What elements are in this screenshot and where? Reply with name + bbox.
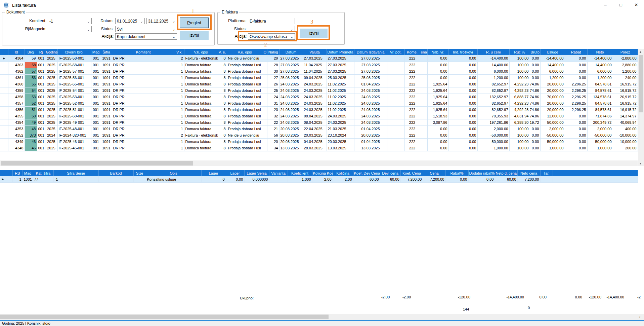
table-row[interactable]: 4357520012025IF-2025-52-0010011091DR PR1… bbox=[0, 100, 638, 106]
column-header[interactable]: Koeficijent bbox=[288, 170, 312, 176]
column-header[interactable]: Ruc % bbox=[509, 49, 530, 55]
column-header[interactable]: Mag bbox=[91, 49, 101, 55]
column-header[interactable] bbox=[6, 170, 12, 176]
table-row[interactable]: 43523730012024IF-2024-320-0010011091DR P… bbox=[0, 132, 638, 138]
column-header[interactable]: Porez bbox=[613, 49, 638, 55]
column-header[interactable]: Rj bbox=[37, 49, 45, 55]
column-header[interactable]: Dodatni rabat% bbox=[468, 170, 495, 176]
column-header[interactable]: Lager bbox=[201, 170, 226, 176]
scroll-up-icon[interactable]: ▴ bbox=[640, 50, 641, 53]
column-header[interactable]: V.k. opis bbox=[184, 49, 218, 55]
datum-to-picker[interactable]: 31.12.2025 ⌄ bbox=[146, 18, 177, 24]
rj-magacin-combobox[interactable]: ⌄ bbox=[48, 26, 92, 32]
table-row[interactable]: 4358530012025IF-2025-53-0010011091DR PR1… bbox=[0, 94, 638, 100]
table-row[interactable]: 4355500012025IF-2025-50-0010011091DR PR1… bbox=[0, 113, 638, 119]
column-header[interactable]: Cena bbox=[423, 170, 445, 176]
column-header[interactable]: Broj bbox=[25, 49, 37, 55]
column-header[interactable]: ena bbox=[420, 49, 427, 55]
datum-from-picker[interactable]: 01.01.2025 ⌄ bbox=[115, 18, 145, 24]
cell: 001 bbox=[91, 62, 101, 68]
table-row[interactable]: 4354490012025IF-2025-49-0010011091DR PR1… bbox=[0, 119, 638, 125]
column-header[interactable]: Lager bbox=[226, 170, 244, 176]
komitent-combobox[interactable]: -1 ⌄ bbox=[48, 18, 92, 24]
column-header[interactable]: Kat. šifra bbox=[33, 170, 53, 176]
column-header[interactable]: Rabat% bbox=[445, 170, 468, 176]
table-row[interactable]: 4353480012025IF-2025-48-0010011091DR PR1… bbox=[0, 125, 638, 132]
column-header[interactable]: Kolicina Koef bbox=[312, 170, 333, 176]
column-header[interactable]: Ind. troškovi bbox=[448, 49, 477, 55]
column-header[interactable]: Rabat bbox=[565, 49, 587, 55]
cell: 2025 bbox=[45, 138, 57, 145]
column-header[interactable] bbox=[0, 170, 6, 176]
column-header[interactable]: Kome. bbox=[404, 49, 420, 55]
column-header[interactable]: Neto cena bbox=[517, 170, 540, 176]
cell: 4353 bbox=[8, 125, 25, 132]
column-header[interactable]: Koef. Cena bbox=[400, 170, 423, 176]
cell: 4362 bbox=[8, 68, 25, 74]
invoice-grid-vertical-scrollbar[interactable]: ▴ ▾ bbox=[638, 49, 644, 166]
cell: 4361 bbox=[8, 74, 25, 81]
invoice-grid-horizontal-scrollbar[interactable] bbox=[0, 160, 638, 166]
table-row[interactable]: ▶1100177-1Konsalting usluge00.000.000000… bbox=[0, 176, 638, 182]
cell: 100.00 bbox=[509, 145, 530, 151]
table-row[interactable]: 4363580012025IF-2025-58-0010011091DR PR1… bbox=[0, 62, 638, 68]
column-header[interactable]: Datum bbox=[279, 49, 303, 55]
column-header[interactable]: Datum Izdavanja bbox=[354, 49, 387, 55]
status-combobox[interactable]: Svi ⌄ bbox=[115, 26, 177, 32]
scroll-down-icon[interactable]: ▾ bbox=[640, 162, 641, 165]
column-header[interactable]: Izvorni broj bbox=[57, 49, 91, 55]
column-header[interactable]: Usluge bbox=[540, 49, 565, 55]
column-header[interactable] bbox=[0, 49, 8, 55]
column-header[interactable]: Komitent bbox=[112, 49, 175, 55]
table-row[interactable]: ▶4364590012025IF-2025-58-0010011091DR PR… bbox=[0, 55, 638, 62]
column-header[interactable]: Sifra Serije bbox=[53, 170, 98, 176]
column-header[interactable]: Dev. cena bbox=[380, 170, 400, 176]
bottom-scroll-thumb[interactable] bbox=[0, 315, 329, 319]
column-header[interactable]: Neto d. cena bbox=[495, 170, 517, 176]
column-header[interactable]: V. e. bbox=[218, 49, 227, 55]
table-row[interactable]: 4359540012025IF-2025-54-0010011091DR PR1… bbox=[0, 87, 638, 94]
column-header[interactable]: Varijanta bbox=[269, 170, 288, 176]
table-row[interactable]: 4362570012025IF-2025-57-0010011091DR PR1… bbox=[0, 68, 638, 74]
akcija-combobox[interactable]: Knjizi dokument ⌄ bbox=[115, 33, 177, 40]
column-header[interactable]: Godina bbox=[45, 49, 57, 55]
column-header[interactable]: RB bbox=[12, 170, 23, 176]
column-header[interactable]: Size bbox=[133, 170, 146, 176]
column-header[interactable]: Tar. bbox=[540, 170, 553, 176]
column-header[interactable] bbox=[553, 170, 638, 176]
minimize-button[interactable]: – bbox=[598, 0, 613, 10]
column-header[interactable]: Bruto bbox=[530, 49, 540, 55]
column-header[interactable]: Datum Prometa bbox=[327, 49, 354, 55]
column-header[interactable]: Šifra bbox=[101, 49, 112, 55]
table-row[interactable]: 4360550012025IF-2025-55-0010011091DR PR1… bbox=[0, 81, 638, 87]
column-header[interactable]: O bbox=[263, 49, 267, 55]
column-header[interactable]: Nab. vr. bbox=[427, 49, 448, 55]
column-header[interactable]: Neto bbox=[587, 49, 613, 55]
scroll-right-icon[interactable]: › bbox=[639, 315, 640, 319]
column-header[interactable]: V.e. opis bbox=[227, 49, 263, 55]
column-header[interactable]: R. u ceni bbox=[477, 49, 509, 55]
column-header[interactable]: V.k. bbox=[175, 49, 184, 55]
table-row[interactable]: 4349460012025IF-2025-46-0010011091DR PR1… bbox=[0, 138, 638, 145]
close-button[interactable]: ✕ bbox=[629, 0, 644, 10]
column-header[interactable]: Opis bbox=[146, 170, 201, 176]
column-header[interactable]: Valuta bbox=[303, 49, 327, 55]
platforma-field[interactable]: E-faktura bbox=[248, 18, 295, 24]
column-header[interactable]: Koef. Dev Cena bbox=[353, 170, 380, 176]
detail-grid-horizontal-scrollbar[interactable]: › bbox=[0, 314, 644, 320]
maximize-button[interactable]: □ bbox=[613, 0, 629, 10]
table-row[interactable]: 4356510012025IF-2025-51-0010011091DR PR1… bbox=[0, 106, 638, 113]
column-header[interactable]: Nalog bbox=[267, 49, 279, 55]
column-header[interactable]: Barkod bbox=[98, 170, 133, 176]
column-header[interactable]: Količina bbox=[333, 170, 353, 176]
izvrsi-dokument-button[interactable]: Izvrsi bbox=[180, 31, 209, 40]
column-header[interactable]: Mag bbox=[23, 170, 33, 176]
table-row[interactable]: 4361560012025IF-2025-56-0010011091DR PR1… bbox=[0, 74, 638, 81]
vertical-scroll-thumb[interactable] bbox=[639, 55, 643, 112]
table-row[interactable]: 4348450012025IF-2025-45-0010011091DR PR1… bbox=[0, 145, 638, 151]
column-header[interactable]: Id bbox=[8, 49, 25, 55]
column-header[interactable]: Lager Serija bbox=[244, 170, 269, 176]
komitent-label: Komitent: bbox=[6, 18, 46, 24]
column-header[interactable]: Vr. pot. bbox=[387, 49, 404, 55]
horizontal-scroll-thumb[interactable] bbox=[1, 161, 193, 166]
